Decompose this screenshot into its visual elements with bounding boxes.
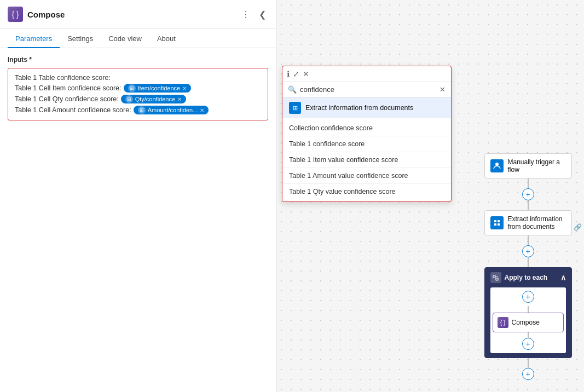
token-amount-confidence[interactable]: ⊞ Amount/confiden... ✕ [134,106,209,114]
node-manually-trigger[interactable]: Manually trigger a flow [484,153,572,178]
search-popup-header: ℹ ⤢ ✕ [282,66,451,82]
collapse-button[interactable]: ❮ [257,8,268,21]
compose-inner-icon: { } [498,317,508,328]
svg-rect-4 [498,223,500,226]
token-item-icon: ⊞ [128,84,136,92]
extract-docs-label: Extract information from documents [305,104,413,112]
node-apply-each[interactable]: Apply to each ∧ + { } Compose + [484,267,572,358]
search-input[interactable] [300,85,436,94]
result-table1-amount-confidence[interactable]: Table 1 Amount value confidence score [282,168,451,184]
line-5 [528,358,529,368]
svg-rect-2 [498,220,500,222]
tab-settings[interactable]: Settings [60,29,101,48]
apply-each-left: Apply to each [490,272,548,283]
result-table1-confidence[interactable]: Table 1 confidence score [282,136,451,152]
svg-rect-5 [493,275,495,278]
token-item-confidence[interactable]: ⊞ Item/confidence ✕ [124,84,192,93]
input-row-1-prefix: Table 1 Table confidence score: [15,74,111,82]
search-clear-button[interactable]: ✕ [440,85,446,94]
input-row-4: Table 1 Cell Amount confidence score: ⊞ … [15,106,261,114]
search-results-list: Collection confidence score Table 1 conf… [282,118,451,201]
apply-each-label: Apply to each [505,274,548,281]
compose-panel-icon: { } [8,7,23,22]
tab-about[interactable]: About [149,29,183,48]
line-1 [528,178,529,188]
token-amount-close[interactable]: ✕ [200,107,204,113]
add-between-trigger-extract[interactable]: + [522,188,534,200]
add-after-apply-each[interactable]: + [522,368,534,380]
extract-info-icon [490,216,504,229]
manually-trigger-icon [490,159,504,172]
search-icon: 🔍 [288,85,297,94]
search-bar: 🔍 ✕ [282,82,451,97]
result-table1-qty-confidence[interactable]: Table 1 Qty value confidence score [282,184,451,199]
panel-header-actions: ⋮ ❮ [239,8,268,21]
svg-rect-3 [494,223,496,226]
line-3 [528,235,529,245]
panel-content: Inputs * Table 1 Table confidence score:… [0,48,276,392]
token-qty-confidence[interactable]: ⊞ Qty/confidence ✕ [121,95,186,103]
input-row-2-prefix: Table 1 Cell Item confidence score: [15,84,122,92]
token-amount-label: Amount/confiden... [148,107,198,113]
compose-inner-label: Compose [512,319,540,326]
canvas-area: ℹ ⤢ ✕ 🔍 ✕ ⊞ Extract information from doc… [276,0,584,392]
connector-3: + [522,358,534,380]
result-table1-item-confidence[interactable]: Table 1 Item value confidence score [282,152,451,168]
token-amount-icon: ⊞ [138,106,146,114]
close-popup-button[interactable]: ✕ [303,70,309,78]
apply-each-body: + { } Compose + [490,287,566,353]
node-compose-inner[interactable]: { } Compose [493,313,564,332]
add-between-extract-apply[interactable]: + [522,245,534,257]
svg-rect-1 [494,220,496,222]
add-inside-apply-each[interactable]: + [522,291,534,303]
input-row-4-prefix: Table 1 Cell Amount confidence score: [15,106,131,114]
apply-each-icon [490,272,501,283]
token-qty-icon: ⊞ [125,95,133,103]
manually-trigger-label: Manually trigger a flow [508,158,566,174]
tabs-bar: Parameters Settings Code view About [0,29,276,48]
more-options-button[interactable]: ⋮ [239,8,252,21]
add-after-compose[interactable]: + [522,338,534,350]
connector-2: + [522,235,534,267]
left-panel: { } Compose ⋮ ❮ Parameters Settings Code… [0,0,276,392]
panel-header: { } Compose ⋮ ❮ [0,0,276,29]
svg-rect-6 [496,278,498,280]
extract-link-icon: 🔗 [574,223,582,231]
inner-line [528,306,529,313]
search-popup: ℹ ⤢ ✕ 🔍 ✕ ⊞ Extract information from doc… [282,66,452,202]
token-qty-close[interactable]: ✕ [177,96,182,102]
extract-docs-icon: ⊞ [289,102,301,114]
extract-info-label: Extract information from documents [508,215,566,230]
inputs-box: Table 1 Table confidence score: Table 1 … [8,68,268,120]
search-result-highlighted[interactable]: ⊞ Extract information from documents [282,97,451,118]
input-row-3: Table 1 Cell Qty confidence score: ⊞ Qty… [15,95,261,103]
line-2 [528,200,529,210]
apply-each-collapse-button[interactable]: ∧ [560,273,566,282]
flow-diagram: Manually trigger a flow + Extract inform… [477,153,579,380]
node-extract-info[interactable]: Extract information from documents [484,210,572,235]
token-qty-label: Qty/confidence [135,96,175,102]
panel-title: Compose [27,10,235,19]
inner-line-2 [528,332,529,338]
tab-code-view[interactable]: Code view [101,29,149,48]
result-collection-confidence[interactable]: Collection confidence score [282,120,451,136]
line-4 [528,257,529,267]
input-row-2: Table 1 Cell Item confidence score: ⊞ It… [15,84,261,93]
search-popup-icons: ℹ ⤢ ✕ [287,70,309,78]
svg-point-0 [495,163,499,166]
input-row-1: Table 1 Table confidence score: [15,74,261,82]
expand-icon[interactable]: ⤢ [293,70,299,78]
input-row-3-prefix: Table 1 Cell Qty confidence score: [15,95,119,103]
tab-parameters[interactable]: Parameters [8,29,60,48]
connector-1: + [522,178,534,210]
info-icon[interactable]: ℹ [287,70,290,78]
token-item-close[interactable]: ✕ [182,85,187,91]
inputs-label: Inputs * [8,56,268,64]
apply-each-header: Apply to each ∧ [490,272,566,283]
token-item-label: Item/confidence [138,85,181,91]
